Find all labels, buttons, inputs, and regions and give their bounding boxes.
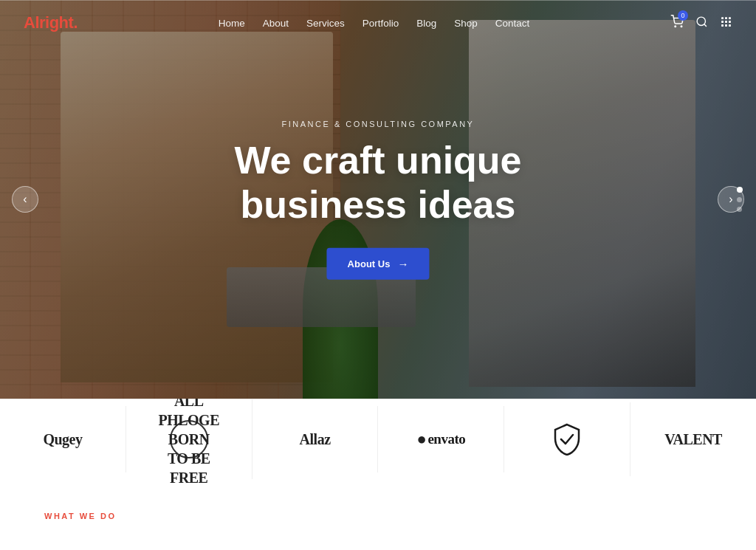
svg-rect-12	[729, 24, 731, 27]
nav-portfolio[interactable]: Portfolio	[362, 18, 399, 29]
nav-shop[interactable]: Shop	[454, 18, 478, 29]
carousel-next[interactable]: ›	[718, 186, 744, 213]
site-header: Alright. Home About Services Portfolio B…	[0, 0, 756, 46]
svg-rect-5	[725, 17, 727, 19]
svg-rect-8	[725, 21, 727, 23]
arrow-icon: →	[397, 257, 408, 269]
svg-point-2	[697, 17, 705, 25]
svg-point-0	[675, 26, 676, 27]
what-we-do-section: WHAT WE DO	[0, 479, 756, 537]
svg-point-1	[681, 26, 682, 27]
hero-subtitle: Finance & Consulting Company	[234, 120, 521, 128]
nav-blog[interactable]: Blog	[416, 18, 436, 29]
svg-rect-6	[729, 17, 731, 19]
search-button[interactable]	[695, 16, 708, 31]
nav-contact[interactable]: Contact	[495, 18, 530, 29]
apps-button[interactable]	[720, 16, 732, 31]
header-icons: 0	[670, 15, 732, 31]
svg-rect-11	[725, 24, 727, 27]
brand-allaz: Allaz	[252, 406, 379, 472]
brand-shield	[504, 402, 630, 476]
brand-qugey: Qugey	[0, 406, 126, 472]
hero-title: We craft unique business ideas	[234, 139, 521, 227]
svg-rect-9	[729, 21, 731, 23]
nav-services[interactable]: Services	[306, 18, 345, 29]
main-nav: Home About Services Portfolio Blog Shop …	[219, 18, 530, 29]
svg-line-3	[704, 24, 707, 26]
logo-dot: .	[73, 13, 78, 32]
svg-rect-7	[721, 21, 724, 23]
cart-button[interactable]: 0	[670, 15, 684, 31]
brand-envato: ●envato	[378, 406, 504, 472]
logos-strip: Qugey ALL PHLOGEBORN TO BEFREE Allaz ●en…	[0, 399, 756, 479]
hero-cta-button[interactable]: About Us →	[327, 247, 430, 279]
brand-valent: VALENT	[630, 406, 756, 472]
brand-circle: ALL PHLOGEBORN TO BEFREE	[126, 399, 252, 479]
cart-badge: 0	[678, 10, 688, 21]
carousel-prev[interactable]: ‹	[12, 186, 38, 213]
logo[interactable]: Alright.	[24, 13, 78, 32]
hero-content: Finance & Consulting Company We craft un…	[234, 120, 521, 280]
section-tag-what-we-do: WHAT WE DO	[44, 512, 117, 520]
svg-rect-4	[721, 17, 724, 19]
nav-home[interactable]: Home	[219, 18, 245, 29]
nav-about[interactable]: About	[263, 18, 289, 29]
svg-rect-10	[721, 24, 724, 27]
hero-section: ‹ Finance & Consulting Company We craft …	[0, 0, 756, 399]
